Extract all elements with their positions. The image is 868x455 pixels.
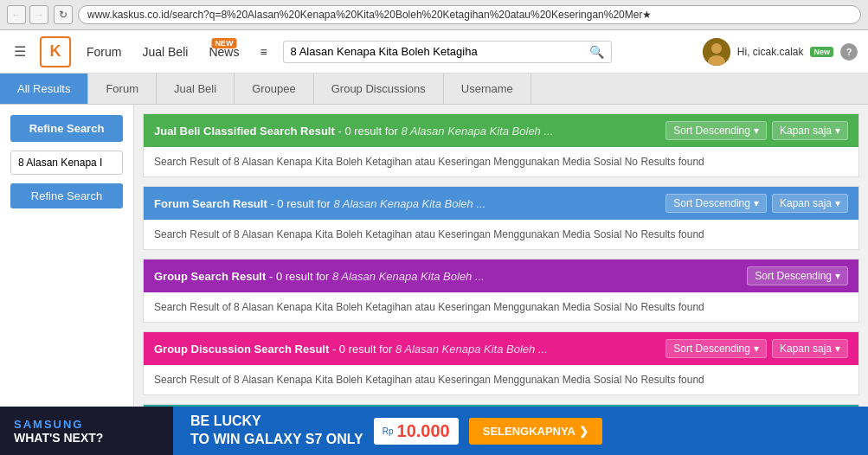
jual-beli-header-text: Jual Beli Classified Search Result - 0 r… — [154, 125, 665, 138]
tab-navigation: All Results Forum Jual Beli Groupee Grou… — [0, 74, 868, 105]
search-icon[interactable]: 🔍 — [589, 45, 604, 59]
back-button[interactable]: ← — [7, 5, 26, 24]
help-button[interactable]: ? — [840, 43, 858, 61]
group-count: - — [269, 270, 276, 283]
forum-header-text: Forum Search Result - 0 result for 8 Ala… — [154, 197, 665, 210]
ad-left: SAMSUNG WHAT'S NEXT? — [0, 411, 173, 452]
group-result-header: Group Search Result - 0 result for 8 Ala… — [144, 260, 858, 292]
forum-title: Forum Search Result — [154, 197, 267, 210]
group-discussion-controls: Sort Descending ▾ Kapan saja ▾ — [665, 339, 848, 358]
search-area: 🔍 — [283, 41, 612, 63]
user-greeting: Hi, cicak.calak — [737, 46, 804, 58]
jual-beli-result-body: Search Result of 8 Alasan Kenapa Kita Bo… — [144, 147, 858, 176]
news-new-badge: NEW — [211, 38, 236, 48]
group-discussion-result-section: Group Discussion Search Result - 0 resul… — [143, 331, 859, 395]
tab-forum[interactable]: Forum — [88, 74, 157, 104]
whats-next-text: WHAT'S NEXT? — [14, 431, 103, 445]
menu-nav-link[interactable]: ≡ — [254, 42, 272, 62]
group-discussion-time-button[interactable]: Kapan saja ▾ — [772, 339, 848, 358]
price-highlight: Rp 10.000 — [374, 418, 459, 445]
browser-chrome: ← → ↻ www.kaskus.co.id/search?q=8%20Alas… — [0, 0, 868, 30]
be-lucky-text: BE LUCKYTO WIN GALAXY S7 ONLY — [190, 413, 363, 449]
jual-beli-controls: Sort Descending ▾ Kapan saja ▾ — [665, 121, 848, 140]
news-wrapper: News NEW — [203, 45, 244, 59]
group-controls: Sort Descending ▾ — [747, 266, 848, 285]
group-discussion-result-body: Search Result of 8 Alasan Kenapa Kita Bo… — [144, 365, 858, 394]
selengkapnya-button[interactable]: SELENGKAPNYA ❯ — [469, 418, 602, 445]
group-count-text: 0 result for — [276, 270, 332, 283]
jualbeli-nav-link[interactable]: Jual Beli — [137, 42, 193, 62]
ad-banner: SAMSUNG WHAT'S NEXT? BE LUCKYTO WIN GALA… — [0, 407, 868, 455]
group-discussion-header-text: Group Discussion Search Result - 0 resul… — [154, 343, 665, 356]
refine-search-button[interactable]: Refine Search — [10, 183, 123, 208]
address-bar[interactable]: www.kaskus.co.id/search?q=8%20Alasan%20K… — [78, 5, 861, 24]
forum-time-button[interactable]: Kapan saja ▾ — [772, 194, 848, 213]
refine-search-title: Refine Search — [10, 115, 123, 142]
jual-beli-query: 8 Alasan Kenapa Kita Boleh ... — [401, 125, 553, 138]
forum-nav-link[interactable]: Forum — [81, 42, 126, 62]
tab-all-results[interactable]: All Results — [0, 74, 88, 104]
jual-beli-result-section: Jual Beli Classified Search Result - 0 r… — [143, 113, 859, 177]
group-discussion-count-text: 0 result for — [339, 343, 395, 356]
jual-beli-title: Jual Beli Classified Search Result — [154, 125, 335, 138]
tab-jual-beli[interactable]: Jual Beli — [157, 74, 235, 104]
jual-beli-result-header: Jual Beli Classified Search Result - 0 r… — [144, 114, 858, 147]
forum-result-header: Forum Search Result - 0 result for 8 Ala… — [144, 187, 858, 220]
group-title: Group Search Result — [154, 270, 266, 283]
tab-groupee[interactable]: Groupee — [235, 74, 314, 104]
forum-result-section: Forum Search Result - 0 result for 8 Ala… — [143, 186, 859, 250]
group-discussion-title: Group Discussion Search Result — [154, 343, 329, 356]
group-discussion-count: - — [332, 343, 339, 356]
hamburger-button[interactable]: ☰ — [10, 40, 29, 63]
forum-query: 8 Alasan Kenapa Kita Boleh ... — [333, 197, 485, 210]
group-sort-button[interactable]: Sort Descending ▾ — [747, 266, 848, 285]
forum-controls: Sort Descending ▾ Kapan saja ▾ — [665, 194, 848, 213]
price-label: Rp — [383, 426, 394, 436]
site-header: ☰ K Forum Jual Beli News NEW ≡ 🔍 Hi, cic… — [0, 30, 868, 74]
jual-beli-time-button[interactable]: Kapan saja ▾ — [772, 121, 848, 140]
group-header-text: Group Search Result - 0 result for 8 Ala… — [154, 270, 747, 283]
forum-sort-button[interactable]: Sort Descending ▾ — [665, 194, 767, 213]
forward-button[interactable]: → — [29, 5, 48, 24]
refine-search-input[interactable] — [10, 151, 123, 175]
group-discussion-result-header: Group Discussion Search Result - 0 resul… — [144, 332, 858, 365]
avatar — [703, 38, 730, 66]
group-discussion-sort-button[interactable]: Sort Descending ▾ — [665, 339, 767, 358]
user-area: Hi, cicak.calak New ? — [703, 38, 858, 66]
forum-count-text: 0 result for — [277, 197, 333, 210]
group-discussion-query: 8 Alasan Kenapa Kita Boleh ... — [395, 343, 548, 356]
browser-toolbar: ← → ↻ www.kaskus.co.id/search?q=8%20Alas… — [0, 0, 868, 29]
samsung-logo: SAMSUNG — [14, 418, 103, 431]
tab-username[interactable]: Username — [444, 74, 531, 104]
tab-group-discussions[interactable]: Group Discussions — [314, 74, 444, 104]
price-amount: 10.000 — [397, 421, 450, 441]
main-layout: Refine Search Refine Search Jual Beli Cl… — [0, 105, 868, 455]
group-result-body: Search Result of 8 Alasan Kenapa Kita Bo… — [144, 292, 858, 322]
group-result-section: Group Search Result - 0 result for 8 Ala… — [143, 259, 859, 323]
search-input[interactable] — [291, 45, 589, 58]
user-new-badge: New — [810, 47, 833, 57]
svg-point-1 — [711, 43, 722, 54]
ad-center: BE LUCKYTO WIN GALAXY S7 ONLY Rp 10.000 … — [173, 407, 868, 455]
main-content: Jual Beli Classified Search Result - 0 r… — [134, 105, 868, 455]
group-query: 8 Alasan Kenapa Kita Boleh ... — [332, 270, 485, 283]
url-text: www.kaskus.co.id/search?q=8%20Alasan%20K… — [87, 9, 852, 21]
left-panel: Refine Search Refine Search — [0, 105, 134, 455]
nav-buttons: ← → — [7, 5, 48, 24]
jual-beli-count-text: 0 result for — [344, 125, 401, 138]
forum-result-body: Search Result of 8 Alasan Kenapa Kita Bo… — [144, 220, 858, 249]
jual-beli-sort-button[interactable]: Sort Descending ▾ — [665, 121, 767, 140]
refresh-button[interactable]: ↻ — [54, 5, 73, 24]
logo-button[interactable]: K — [40, 36, 71, 67]
